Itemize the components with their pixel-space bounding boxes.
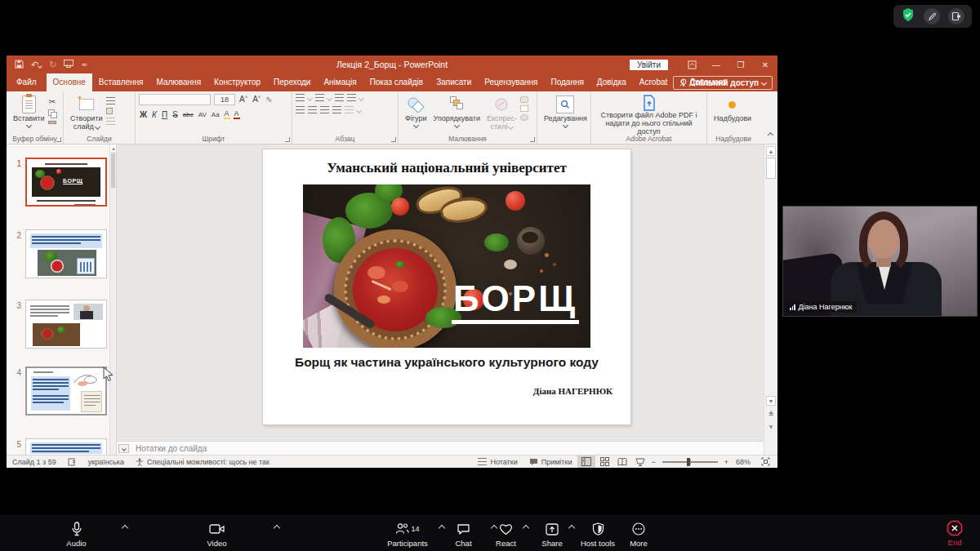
font-dialog-launcher[interactable] — [285, 137, 290, 142]
tab-home[interactable]: Основне — [47, 73, 92, 91]
current-slide[interactable]: Уманський національний університет — [263, 149, 630, 424]
align-center-icon[interactable] — [308, 106, 317, 113]
next-slide-icon[interactable]: ⩔ — [766, 422, 776, 432]
more-button[interactable]: More — [619, 521, 658, 548]
italic-button[interactable]: К — [151, 110, 158, 119]
undo-icon[interactable]: ↶ — [31, 60, 42, 70]
slide-thumbnail-3[interactable] — [25, 300, 107, 349]
participants-button[interactable]: 14 Participants — [382, 521, 433, 548]
reading-view-button[interactable] — [613, 455, 631, 468]
paragraph-dialog-launcher[interactable] — [391, 137, 396, 142]
normal-view-button[interactable] — [577, 455, 595, 468]
fit-to-window-button[interactable] — [756, 455, 774, 468]
create-pdf-button[interactable]: Створити файл Adobe PDF і надати до ньог… — [595, 94, 703, 133]
video-button[interactable]: Video — [194, 521, 239, 548]
sign-in-button[interactable]: Увійти — [630, 60, 668, 70]
indent-decrease-icon[interactable] — [335, 94, 344, 101]
close-button[interactable]: ✕ — [753, 56, 777, 73]
participants-options-chevron[interactable] — [439, 525, 445, 531]
share-button[interactable]: Share — [532, 521, 572, 548]
accessibility-status[interactable]: Спеціальні можливості: щось не так — [130, 455, 275, 468]
customize-qat-icon[interactable]: ≂ — [81, 60, 87, 69]
end-meeting-button[interactable]: End — [938, 520, 972, 547]
notes-toggle[interactable]: Нотатки — [472, 455, 523, 468]
font-name-input[interactable] — [139, 94, 211, 105]
shrink-font-icon[interactable]: А˅ — [252, 95, 261, 104]
reset-icon[interactable] — [106, 108, 113, 114]
drawing-dialog-launcher[interactable] — [530, 137, 535, 142]
addins-button[interactable]: Надбудови — [710, 94, 755, 133]
thumbnail-scrollbar[interactable]: ▲ — [109, 144, 116, 455]
collapse-ribbon-icon[interactable] — [768, 126, 773, 140]
align-left-icon[interactable] — [296, 106, 305, 113]
sections-icon[interactable] — [106, 118, 115, 125]
start-slideshow-icon[interactable] — [64, 60, 74, 69]
audio-button[interactable]: Audio — [54, 521, 99, 548]
tab-view[interactable]: Подання — [544, 73, 590, 91]
tab-insert[interactable]: Вставлення — [92, 73, 150, 91]
font-color-button[interactable]: А — [234, 109, 240, 119]
shapes-button[interactable]: Фігури — [402, 94, 430, 133]
format-painter-icon[interactable] — [48, 121, 56, 124]
columns-icon[interactable] — [345, 106, 354, 113]
previous-slide-icon[interactable]: ≜ — [766, 410, 776, 420]
clear-format-icon[interactable]: ✎ — [265, 96, 273, 104]
chat-button[interactable]: Chat — [445, 521, 482, 548]
react-button[interactable]: React — [488, 521, 524, 548]
minimize-button[interactable]: — — [704, 56, 728, 73]
tab-design[interactable]: Конструктор — [207, 73, 267, 91]
spellcheck-icon[interactable] — [62, 455, 82, 468]
new-slide-button[interactable]: Створити слайд — [67, 94, 106, 133]
tab-record[interactable]: Записати — [430, 73, 478, 91]
copy-icon[interactable] — [48, 109, 56, 118]
slide-sorter-view-button[interactable] — [595, 455, 613, 468]
participant-video-tile[interactable]: Діана Нагернюк — [782, 206, 978, 317]
tab-file[interactable]: Файл — [7, 73, 47, 91]
tab-transitions[interactable]: Переходи — [267, 73, 317, 91]
tab-review[interactable]: Рецензування — [478, 73, 544, 91]
notes-pane[interactable]: Нотатки до слайда — [117, 441, 764, 455]
clipboard-dialog-launcher[interactable] — [56, 137, 61, 142]
slide-thumbnail-4[interactable] — [25, 367, 107, 415]
zoom-slider-thumb[interactable] — [687, 458, 690, 466]
ribbon-display-options-icon[interactable] — [679, 56, 704, 73]
zoom-level[interactable]: 68% — [730, 455, 756, 468]
tab-help[interactable]: Довідка — [590, 73, 633, 91]
tab-draw[interactable]: Малювання — [150, 73, 208, 91]
zoom-out-button[interactable]: − — [649, 455, 657, 468]
change-case-icon[interactable]: Aa — [211, 111, 220, 118]
editing-button[interactable]: Редагування — [541, 94, 590, 133]
notes-collapse-icon[interactable] — [118, 444, 129, 453]
zoom-in-button[interactable]: + — [723, 455, 730, 468]
language-indicator[interactable]: українська — [82, 455, 130, 468]
thumbnail-scroll-up-icon[interactable]: ▲ — [110, 144, 117, 153]
numbering-icon[interactable] — [315, 94, 324, 101]
paste-button[interactable]: Вставити — [10, 94, 48, 133]
strikethrough-button[interactable]: S — [172, 110, 179, 119]
slide-thumbnail-5[interactable] — [25, 438, 107, 455]
subscript-icon[interactable]: abc — [182, 111, 194, 118]
tab-acrobat[interactable]: Acrobat — [633, 73, 674, 91]
slideshow-view-button[interactable] — [631, 455, 649, 468]
audio-options-chevron[interactable] — [122, 525, 128, 531]
scroll-down-icon[interactable]: ▼ — [766, 396, 776, 406]
tab-animations[interactable]: Анімація — [317, 73, 363, 91]
scrollbar-thumb[interactable] — [766, 158, 776, 179]
scroll-up-icon[interactable]: ▲ — [766, 146, 776, 156]
video-options-chevron[interactable] — [274, 525, 280, 531]
exit-fullscreen-icon[interactable] — [948, 8, 964, 24]
layout-icon[interactable] — [106, 97, 115, 104]
underline-button[interactable]: П — [161, 110, 168, 119]
slide-scrollbar[interactable]: ▲ ▼ ≜ ⩔ — [764, 144, 777, 455]
justify-icon[interactable] — [332, 106, 341, 113]
slide-thumbnail-1[interactable]: БОРЩ — [25, 158, 107, 207]
bold-button[interactable]: Ж — [139, 110, 148, 119]
align-right-icon[interactable] — [320, 106, 329, 113]
cut-icon[interactable]: ✂ — [48, 97, 56, 106]
arrange-button[interactable]: Упорядкувати — [430, 94, 483, 133]
annotate-pencil-icon[interactable] — [924, 8, 940, 24]
slide-thumbnail-2[interactable] — [25, 229, 107, 278]
bullets-icon[interactable] — [296, 94, 305, 101]
host-tools-button[interactable]: Host tools — [574, 521, 621, 548]
character-spacing-icon[interactable]: AV — [198, 111, 207, 118]
